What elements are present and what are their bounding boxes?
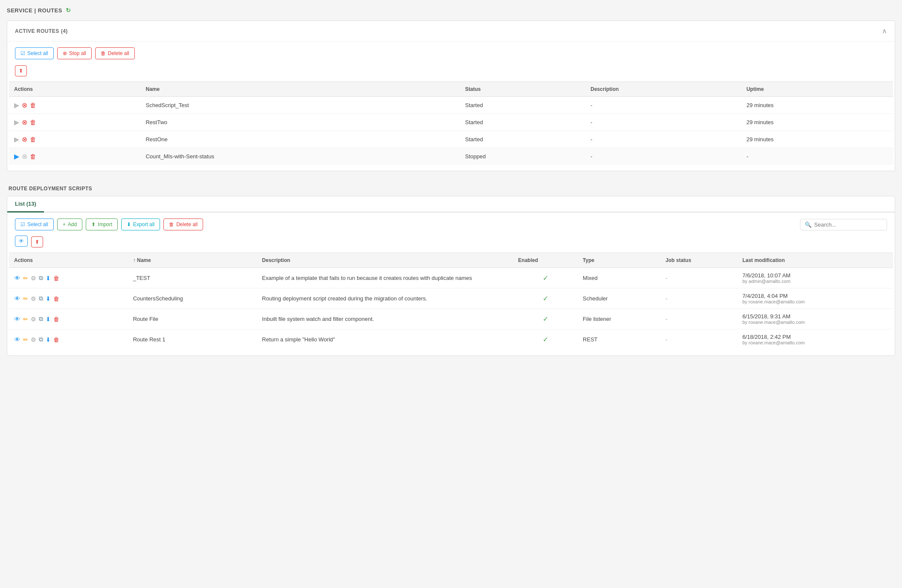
scripts-col-actions: Actions	[9, 253, 128, 268]
trash-row-icon[interactable]: 🗑	[30, 136, 36, 143]
upload-icon: ⬆	[19, 68, 23, 74]
trash-script-icon[interactable]: 🗑	[53, 336, 59, 343]
param-icon[interactable]: ⚙	[31, 295, 36, 302]
trash-icon: 🗑	[101, 50, 106, 56]
scripts-delete-all-button[interactable]: 🗑 Delete all	[163, 218, 203, 230]
param-icon[interactable]: ⚙	[31, 316, 36, 323]
trash-script-icon[interactable]: 🗑	[53, 295, 59, 302]
download-icon[interactable]: ⬇	[46, 275, 51, 282]
eye-slash-icon: 👁	[19, 238, 24, 244]
script-row: 👁 ✏ ⚙ ⧉ ⬇ 🗑 CountersScheduling Routing d…	[9, 288, 893, 309]
scripts-col-lastmod: Last modification	[737, 253, 893, 268]
copy-icon[interactable]: ⧉	[39, 295, 43, 302]
stop-icon[interactable]: ⊗	[22, 135, 27, 143]
col-description: Description	[585, 82, 741, 97]
scripts-upload-button[interactable]: ⬆	[31, 236, 43, 247]
delete-all-button[interactable]: 🗑 Delete all	[95, 47, 135, 59]
page-title: SERVICE | ROUTES	[7, 7, 62, 14]
param-icon[interactable]: ⚙	[31, 336, 36, 343]
param-icon[interactable]: ⚙	[31, 275, 36, 282]
active-route-actions: ▶ ⊗ 🗑	[9, 148, 140, 165]
select-all-button[interactable]: ☑ Select all	[15, 47, 54, 59]
active-route-row: ▶ ⊗ 🗑 RestTwo Started - 29 minutes	[9, 114, 893, 131]
copy-icon[interactable]: ⧉	[39, 315, 43, 323]
script-last-modification: 6/15/2018, 9:31 AM by roxane.mace@amalto…	[737, 309, 893, 329]
deployment-scripts-section: List (13) ☑ Select all + Add ⬆ Import ⬇ …	[7, 196, 895, 356]
trash-row-icon[interactable]: 🗑	[30, 119, 36, 126]
download-icon[interactable]: ⬇	[46, 316, 51, 323]
script-type: Scheduler	[578, 288, 660, 309]
col-actions: Actions	[9, 82, 140, 97]
stop-icon[interactable]: ⊗	[22, 101, 27, 109]
scripts-toolbar-row2: 👁 ⬆	[7, 235, 895, 253]
download-icon[interactable]: ⬇	[46, 295, 51, 302]
active-route-uptime: 29 minutes	[741, 114, 893, 131]
play-icon[interactable]: ▶	[14, 101, 19, 109]
upload-button[interactable]: ⬆	[15, 65, 27, 76]
active-route-status: Started	[460, 131, 585, 148]
script-enabled: ✓	[513, 268, 578, 288]
script-job-status: -	[660, 309, 737, 329]
collapse-button[interactable]: ∧	[882, 27, 887, 35]
script-name: CountersScheduling	[128, 288, 257, 309]
stop-icon[interactable]: ⊗	[22, 118, 27, 126]
copy-icon[interactable]: ⧉	[39, 274, 43, 282]
active-route-row: ▶ ⊗ 🗑 RestOne Started - 29 minutes	[9, 131, 893, 148]
trash-script-icon[interactable]: 🗑	[53, 316, 59, 323]
script-row: 👁 ✏ ⚙ ⧉ ⬇ 🗑 Route File Inbuilt file syst…	[9, 309, 893, 329]
eye-icon[interactable]: 👁	[14, 336, 20, 343]
trash-script-icon[interactable]: 🗑	[53, 275, 59, 282]
scripts-col-name[interactable]: ↑ Name	[128, 253, 257, 268]
checkbox-icon: ☑	[20, 50, 25, 56]
refresh-icon[interactable]: ↻	[66, 7, 71, 14]
tab-list[interactable]: List (13)	[7, 196, 44, 212]
search-box[interactable]: 🔍	[800, 219, 887, 230]
active-route-status: Stopped	[460, 148, 585, 165]
edit-icon[interactable]: ✏	[23, 275, 28, 282]
active-route-uptime: 29 minutes	[741, 131, 893, 148]
edit-icon[interactable]: ✏	[23, 295, 28, 302]
script-description: Return a simple "Hello World"	[257, 329, 513, 350]
play-icon[interactable]: ▶	[14, 152, 19, 160]
script-job-status: -	[660, 288, 737, 309]
search-input[interactable]	[814, 221, 882, 228]
export-all-button[interactable]: ⬇ Export all	[121, 218, 160, 230]
trash-row-icon[interactable]: 🗑	[30, 153, 36, 160]
add-button[interactable]: + Add	[57, 218, 82, 230]
active-route-actions: ▶ ⊗ 🗑	[9, 114, 140, 131]
upload-icon-2: ⬆	[35, 239, 39, 245]
trash-icon-2: 🗑	[169, 221, 174, 227]
search-icon: 🔍	[805, 221, 812, 228]
script-name: Route File	[128, 309, 257, 329]
plus-icon: +	[63, 221, 66, 227]
eye-icon[interactable]: 👁	[14, 315, 20, 323]
edit-icon[interactable]: ✏	[23, 316, 28, 323]
script-name: _TEST	[128, 268, 257, 288]
active-routes-header: ACTIVE ROUTES (4) ∧	[7, 21, 895, 41]
active-route-name: RestTwo	[140, 114, 460, 131]
active-route-status: Started	[460, 114, 585, 131]
download-icon[interactable]: ⬇	[46, 336, 51, 343]
enabled-check-icon: ✓	[543, 336, 548, 343]
play-icon[interactable]: ▶	[14, 135, 19, 143]
edit-icon[interactable]: ✏	[23, 336, 28, 343]
copy-icon[interactable]: ⧉	[39, 336, 43, 343]
stop-icon: ⊗	[63, 50, 67, 56]
script-last-modification: 7/6/2018, 10:07 AM by admin@amalto.com	[737, 268, 893, 288]
stop-icon[interactable]: ⊗	[22, 152, 27, 160]
eye-icon[interactable]: 👁	[14, 274, 20, 282]
script-row: 👁 ✏ ⚙ ⧉ ⬇ 🗑 _TEST Example of a template …	[9, 268, 893, 288]
scripts-col-jobstatus: Job status	[660, 253, 737, 268]
eye-icon[interactable]: 👁	[14, 295, 20, 302]
play-icon[interactable]: ▶	[14, 118, 19, 126]
active-route-uptime: 29 minutes	[741, 97, 893, 114]
stop-all-button[interactable]: ⊗ Stop all	[57, 47, 92, 59]
import-button[interactable]: ⬆ Import	[86, 218, 118, 230]
checkbox-icon-2: ☑	[20, 221, 25, 227]
import-icon: ⬆	[91, 221, 96, 227]
trash-row-icon[interactable]: 🗑	[30, 102, 36, 109]
scripts-select-all-button[interactable]: ☑ Select all	[15, 218, 54, 230]
active-route-uptime: -	[741, 148, 893, 165]
eye-toggle-button[interactable]: 👁	[15, 236, 28, 247]
script-enabled: ✓	[513, 288, 578, 309]
